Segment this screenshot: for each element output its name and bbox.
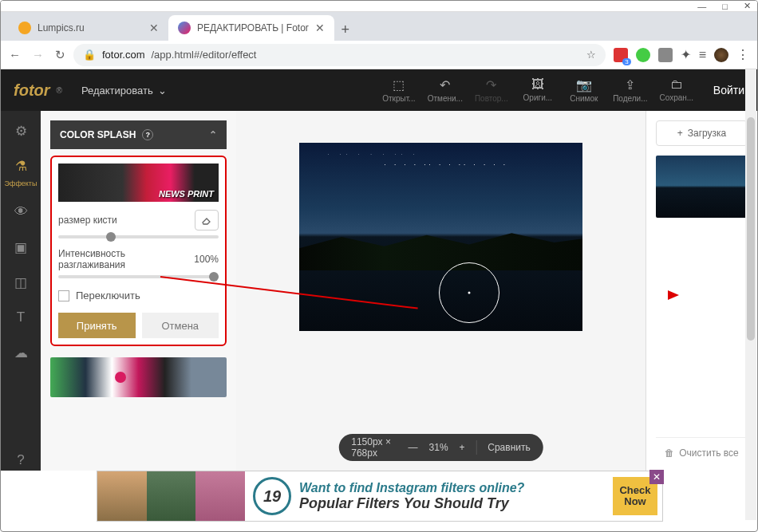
extension-icon[interactable]: 3: [614, 48, 628, 62]
browser-tabs: Lumpics.ru ✕ РЕДАКТИРОВАТЬ | Fotor ✕ +: [1, 12, 757, 41]
undo-icon: ↶: [440, 77, 450, 93]
separator: [476, 440, 477, 455]
chevron-down-icon: ⌄: [158, 85, 167, 97]
new-tab-button[interactable]: +: [334, 18, 357, 41]
reload-icon[interactable]: ↻: [55, 48, 65, 62]
help-icon[interactable]: ?: [142, 129, 153, 140]
star-icon[interactable]: ☆: [586, 49, 596, 61]
brush-cursor: [439, 262, 499, 323]
annotation-arrow: [160, 276, 420, 278]
accept-button[interactable]: Принять: [58, 313, 136, 338]
snapshot-button[interactable]: 📷Снимок: [563, 77, 605, 103]
sidebar-help[interactable]: ?: [10, 450, 31, 471]
tab-close-icon[interactable]: ✕: [315, 22, 325, 34]
cancel-button[interactable]: Отмена: [142, 313, 219, 338]
url-path: /app.html#/editor/effect: [151, 49, 256, 61]
image-thumbnail[interactable]: [656, 156, 748, 218]
avatar[interactable]: [714, 48, 728, 62]
share-icon: ⇪: [625, 77, 635, 93]
undo-button[interactable]: ↶Отмени...: [424, 77, 466, 103]
right-panel: + Загрузка 🗑 Очистить все: [645, 111, 757, 471]
sidebar-adjust[interactable]: ⚙: [10, 120, 31, 141]
toggle-label: Переключить: [76, 290, 140, 301]
canvas-image[interactable]: [299, 143, 582, 331]
scrollbar[interactable]: [745, 69, 756, 520]
lock-icon: 🔒: [83, 49, 96, 61]
extension-icon[interactable]: [658, 48, 673, 62]
original-button[interactable]: 🖼Ориги...: [517, 77, 559, 103]
favicon-icon: [178, 22, 191, 34]
canvas-area: 1150px × 768px — 31% + Сравнить: [236, 111, 645, 471]
clear-label: Очистить все: [679, 447, 738, 459]
tab-close-icon[interactable]: ✕: [149, 22, 159, 34]
tab-lumpics[interactable]: Lumpics.ru ✕: [9, 15, 168, 41]
panel-header[interactable]: COLOR SPLASH ? ⌃: [50, 120, 227, 149]
forward-icon: →: [32, 48, 44, 62]
back-icon[interactable]: ←: [9, 48, 21, 62]
zoom-in-button[interactable]: +: [460, 442, 465, 453]
clear-all-button[interactable]: 🗑 Очистить все: [656, 437, 748, 461]
edit-dropdown[interactable]: Редактировать ⌄: [81, 85, 167, 97]
effects-panel: COLOR SPLASH ? ⌃ NEWS PRINT размер кисти…: [41, 111, 236, 471]
sidebar-label: Эффекты: [5, 179, 38, 187]
ad-close-button[interactable]: ✕: [649, 470, 664, 484]
login-button[interactable]: Войти: [713, 84, 744, 97]
toggle-row[interactable]: Переключить: [58, 290, 219, 301]
sidebar-effects[interactable]: ⚗: [10, 156, 31, 176]
open-icon: ⬚: [393, 77, 405, 93]
extension-icon[interactable]: [636, 48, 650, 62]
decoration: [299, 143, 582, 233]
checkbox[interactable]: [58, 290, 69, 301]
logo[interactable]: fotor: [14, 81, 50, 100]
window-minimize[interactable]: —: [697, 2, 706, 11]
menu-icon[interactable]: ⋮: [736, 47, 749, 62]
eraser-icon: [200, 215, 213, 226]
sidebar-beauty[interactable]: 👁: [10, 202, 31, 223]
effect-thumbnail[interactable]: [50, 357, 227, 397]
brush-size-slider[interactable]: [58, 235, 219, 238]
save-icon: 🗀: [670, 77, 683, 92]
zoom-bar: 1150px × 768px — 31% + Сравнить: [338, 434, 543, 461]
dimensions-label: 1150px × 768px: [351, 436, 397, 459]
redo-icon: ↷: [486, 77, 496, 93]
effect-preview[interactable]: NEWS PRINT: [58, 164, 219, 202]
tab-fotor[interactable]: РЕДАКТИРОВАТЬ | Fotor ✕: [168, 15, 334, 41]
plus-icon: +: [677, 128, 683, 139]
app-topbar: fotor ® Редактировать ⌄ ⬚Открыт... ↶Отме…: [1, 69, 757, 111]
tab-label: РЕДАКТИРОВАТЬ | Fotor: [197, 22, 309, 33]
zoom-out-button[interactable]: —: [409, 442, 418, 453]
chevron-up-icon[interactable]: ⌃: [209, 129, 217, 140]
open-button[interactable]: ⬚Открыт...: [378, 77, 420, 103]
zoom-pct: 31%: [429, 442, 448, 453]
url-domain: fotor.com: [102, 49, 144, 61]
save-button[interactable]: 🗀Сохран...: [656, 77, 697, 103]
sidebar-stickers[interactable]: ◫: [10, 272, 31, 293]
eraser-button[interactable]: [195, 210, 219, 231]
smooth-value: 100%: [194, 254, 219, 265]
panel-title: COLOR SPLASH: [60, 129, 136, 140]
settings-icon[interactable]: ≡: [699, 48, 706, 62]
scrollbar-thumb[interactable]: [747, 117, 755, 341]
address-bar: ← → ↻ 🔒 fotor.com/app.html#/editor/effec…: [1, 41, 757, 69]
upload-button[interactable]: + Загрузка: [656, 120, 748, 146]
image-icon: 🖼: [531, 77, 544, 92]
puzzle-icon[interactable]: ✦: [681, 47, 691, 62]
upload-label: Загрузка: [688, 128, 727, 139]
sidebar-frames[interactable]: ▣: [10, 237, 31, 258]
extensions: 3 ✦ ≡ ⋮: [614, 47, 749, 62]
url-input[interactable]: 🔒 fotor.com/app.html#/editor/effect ☆: [73, 44, 606, 66]
ad-text: Want to find Instagram filters online? P…: [299, 480, 613, 513]
window-close[interactable]: ✕: [744, 1, 751, 11]
compare-button[interactable]: Сравнить: [488, 442, 530, 453]
sidebar-cloud[interactable]: ☁: [10, 342, 31, 363]
ad-banner[interactable]: 19 Want to find Instagram filters online…: [97, 471, 663, 522]
preview-label: NEWS PRINT: [159, 189, 214, 199]
sidebar-text[interactable]: T: [10, 307, 31, 328]
ad-images: [97, 471, 245, 521]
favicon-icon: [18, 22, 31, 34]
sidebar-icons: ⚙ ⚗ Эффекты 👁 ▣ ◫ T ☁ ?: [1, 111, 41, 471]
share-button[interactable]: ⇪Подели...: [610, 77, 651, 103]
brush-size-label: размер кисти: [58, 215, 117, 226]
camera-icon: 📷: [576, 77, 592, 93]
window-maximize[interactable]: □: [722, 2, 728, 11]
